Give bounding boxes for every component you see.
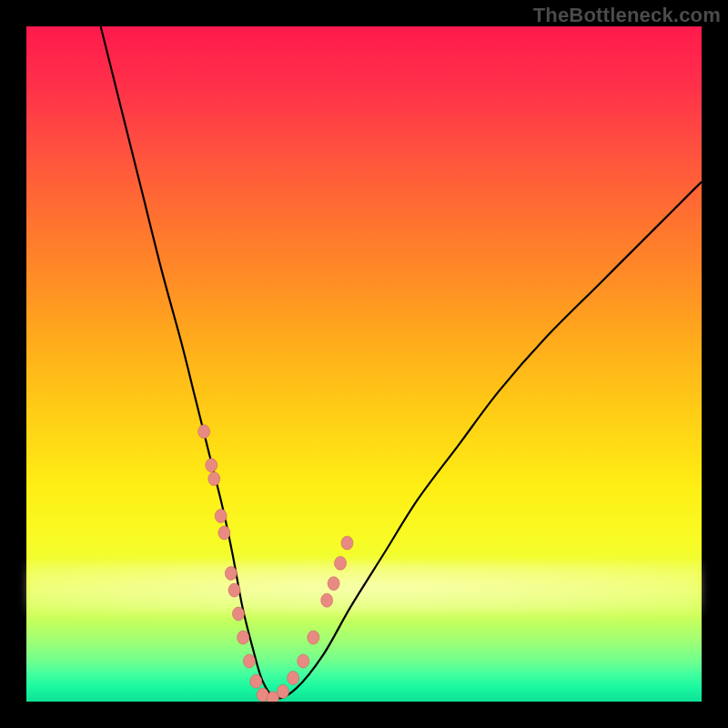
marker-dot <box>198 425 210 439</box>
plot-area <box>26 26 702 702</box>
chart-svg <box>26 26 702 702</box>
marker-dot <box>328 577 339 591</box>
marker-dot <box>243 654 255 668</box>
marker-dot <box>238 631 249 644</box>
bottleneck-curve <box>101 26 702 698</box>
marker-dot <box>335 556 347 570</box>
marker-dot <box>228 583 240 597</box>
marker-dot <box>208 472 220 486</box>
marker-dot <box>250 674 262 688</box>
marker-dot <box>232 607 244 621</box>
highlight-markers <box>198 425 353 702</box>
watermark-text: TheBottleneck.com <box>533 4 721 27</box>
marker-dot <box>215 509 227 522</box>
marker-dot <box>225 567 237 581</box>
marker-dot <box>341 536 353 550</box>
marker-dot <box>218 526 230 540</box>
marker-dot <box>288 672 299 685</box>
marker-dot <box>298 654 309 668</box>
marker-dot <box>277 684 288 698</box>
marker-dot <box>308 631 319 644</box>
marker-dot <box>206 459 217 472</box>
marker-dot <box>321 593 333 607</box>
chart-frame: TheBottleneck.com <box>0 0 728 728</box>
